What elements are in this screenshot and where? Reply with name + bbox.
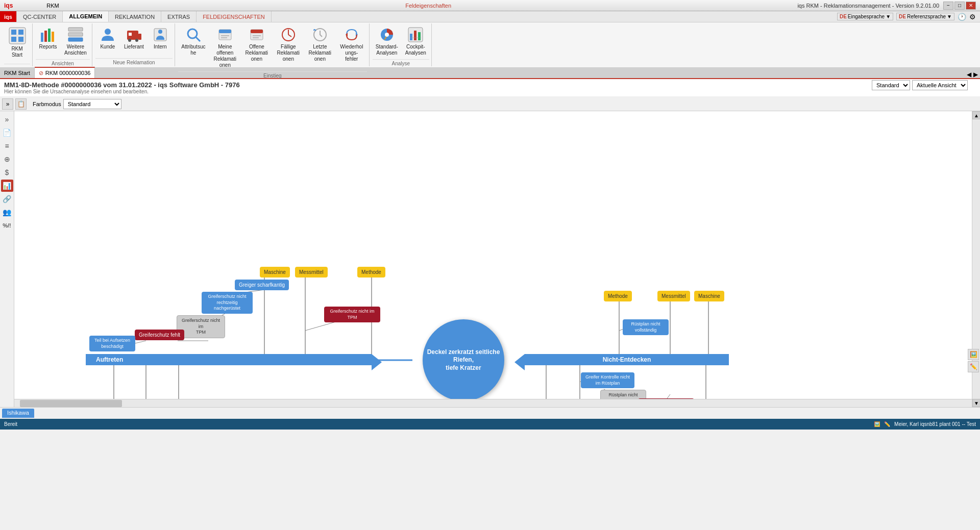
- left-sidebar: » 📄 ≡ ⊕ $ 📊 🔗 👥 %/!: [0, 111, 14, 407]
- meine-offenen-label: Meine offenenReklamationen: [213, 44, 237, 68]
- attributsuche-button[interactable]: Attributsuche: [178, 24, 209, 58]
- eingabesprache-selector[interactable]: DE Eingabesprache ▼: [837, 13, 893, 20]
- nicht-entdecken-label: Nicht-Entdecken: [603, 356, 651, 363]
- sidebar-expand-icon[interactable]: »: [1, 113, 13, 125]
- horizontal-scrollbar[interactable]: [14, 399, 972, 407]
- cockpit-analysen-label: Cockpit-Analysen: [405, 44, 426, 56]
- node-messmittel-right[interactable]: Messmittel: [657, 291, 690, 301]
- svg-line-21: [196, 37, 200, 41]
- expand-toolbar-button[interactable]: »: [2, 98, 13, 110]
- ishikawa-tab-label: Ishikawa: [7, 410, 29, 416]
- intern-button[interactable]: Intern: [148, 24, 173, 52]
- node-maschine-left[interactable]: Maschine: [260, 267, 290, 277]
- tab-nav-next[interactable]: ▶: [973, 71, 978, 78]
- toolbar-action-btn[interactable]: 📋: [15, 98, 27, 110]
- auftreten-label: Auftreten: [96, 356, 123, 363]
- kunde-button[interactable]: Kunde: [95, 24, 120, 52]
- node-greiferschutz-nicht-rechtzeitig[interactable]: Greiferschutz nichtrechtzeitignachgerüst…: [202, 292, 253, 314]
- title-app-name: RKM: [46, 3, 59, 9]
- sidebar-list-icon[interactable]: ≡: [1, 140, 13, 152]
- sidebar-people-icon[interactable]: 👥: [1, 206, 13, 218]
- node-greifer-kontrolle[interactable]: Greifer Kontrolle nichtim Rüstplan: [581, 372, 634, 388]
- svg-rect-11: [68, 38, 83, 41]
- lieferant-button[interactable]: Lieferant: [121, 24, 147, 52]
- app-icon: iqs: [4, 2, 13, 9]
- tab-extras[interactable]: EXTRAS: [161, 11, 197, 22]
- svg-point-37: [385, 33, 389, 37]
- bottom-mini-tools: 🖼️ ✏️: [967, 348, 980, 373]
- settings-icon[interactable]: ⚙: [969, 13, 976, 21]
- canvas-area: Auftreten Nicht-Entdecken Deckel zerkrat…: [14, 111, 980, 407]
- mini-tool-2[interactable]: ✏️: [968, 361, 979, 372]
- tab-reklamation[interactable]: REKLAMATION: [109, 11, 161, 22]
- farbmodus-select[interactable]: Standard Benutzerdefiniert Monochrom: [63, 99, 121, 109]
- central-circle-text: Deckel zerkratzt seitliche Riefen,tiefe …: [423, 348, 504, 372]
- weitere-ansichten-label: WeitereAnsichten: [64, 44, 87, 56]
- einstieg-group-label: Einstieg: [178, 71, 367, 79]
- cockpit-analysen-button[interactable]: Cockpit-Analysen: [402, 24, 429, 58]
- reports-icon: [40, 27, 56, 43]
- tab-feldeigenschaften[interactable]: FELDEIGENSCHAFTEN: [197, 11, 272, 22]
- offene-reklamationen-button[interactable]: OffeneReklamationen: [241, 24, 272, 64]
- standard-analysen-button[interactable]: Standard-Analysen: [373, 24, 401, 58]
- sidebar-dollar-icon[interactable]: $: [1, 166, 13, 179]
- node-greiger-scharfkantig[interactable]: Greiger scharfkantig: [235, 280, 289, 290]
- sidebar-network-icon[interactable]: 🔗: [1, 193, 13, 205]
- node-greiferschutz-fehlt[interactable]: Greiferschutz fehlt: [135, 330, 184, 340]
- sidebar-chart-icon[interactable]: 📊: [1, 180, 13, 192]
- reports-label: Reports: [39, 44, 57, 50]
- scroll-down-btn[interactable]: ▼: [972, 399, 980, 407]
- referenzsprache-selector[interactable]: DE Referenzsprache ▼: [896, 13, 954, 20]
- main-title-text: iqs RKM - Reklamationsmanagement - Versi…: [797, 3, 939, 9]
- svg-rect-4: [18, 37, 23, 42]
- standard-analysen-icon: [379, 27, 395, 43]
- referenzsprache-dropdown-icon: ▼: [947, 14, 952, 19]
- node-teil-beschaedigt[interactable]: Teil bei Aufsetzenbeschädigt: [89, 336, 135, 351]
- status-bar: Bereit 🖼️ ✏️ Meier, Karl iqsnb81 plant 0…: [0, 419, 980, 430]
- mini-tool-1[interactable]: 🖼️: [968, 349, 979, 360]
- node-methode-right[interactable]: Methode: [604, 291, 632, 301]
- doc-tab-nav: ◀ ▶: [967, 71, 980, 78]
- window-controls: − □ ✕: [943, 2, 976, 10]
- tab-iqs[interactable]: iqs: [0, 11, 17, 22]
- farbmodus-label: Farbmodus: [33, 101, 61, 107]
- svg-rect-41: [418, 32, 421, 40]
- ribbon-group-analyse: Standard-Analysen Cockpit-Analysen: [371, 23, 432, 66]
- node-messmittel-left[interactable]: Messmittel: [295, 267, 328, 277]
- rkm-number-tab[interactable]: ⊘ RKM 0000000036: [35, 67, 95, 78]
- minimize-button[interactable]: −: [943, 2, 953, 10]
- restore-button[interactable]: □: [954, 2, 965, 10]
- sidebar-target-icon[interactable]: ⊕: [1, 153, 13, 165]
- weitere-ansichten-button[interactable]: WeitereAnsichten: [61, 24, 90, 58]
- svg-point-12: [105, 29, 111, 35]
- intern-icon: [152, 27, 168, 43]
- faellige-reklamationen-button[interactable]: FälligeReklamationen: [273, 24, 304, 64]
- letzte-reklamationen-icon: [312, 27, 328, 43]
- tab-nav-prev[interactable]: ◀: [967, 71, 971, 78]
- close-button[interactable]: ✕: [966, 2, 976, 10]
- aktuelle-ansicht-select[interactable]: Aktuelle Ansicht: [912, 80, 968, 90]
- rkm-start-tab[interactable]: RKM Start: [0, 68, 35, 78]
- node-methode-left[interactable]: Methode: [357, 267, 385, 277]
- scroll-up-btn[interactable]: ▲: [972, 111, 980, 119]
- svg-rect-9: [68, 28, 83, 31]
- node-greiferschutz-tpm-1[interactable]: Greiferschutz nicht imTPM: [324, 307, 380, 322]
- tab-qc-center[interactable]: QC-CENTER: [17, 11, 63, 22]
- ishikawa-tab[interactable]: Ishikawa: [2, 409, 34, 418]
- doc-tabs: RKM Start ⊘ RKM 0000000036 ◀ ▶: [0, 68, 980, 79]
- letzte-reklamationen-button[interactable]: LetzteReklamationen: [305, 24, 335, 64]
- sidebar-page-icon[interactable]: 📄: [1, 127, 13, 139]
- wiederholungsfehler-button[interactable]: Wiederholungs-fehler: [336, 24, 367, 64]
- rkm-start-button[interactable]: RKMStart: [5, 24, 30, 60]
- tab-allgemein[interactable]: ALLGEMEIN: [63, 11, 109, 22]
- node-maschine-right[interactable]: Maschine: [694, 291, 724, 301]
- reports-button[interactable]: Reports: [36, 24, 60, 52]
- standard-view-select[interactable]: Standard: [872, 80, 910, 90]
- eingabesprache-dropdown-icon: ▼: [886, 14, 891, 19]
- wiederholungsfehler-label: Wiederholungs-fehler: [339, 44, 364, 62]
- node-ruestplan-1[interactable]: Rüstplan nichtvollständig: [623, 319, 669, 335]
- status-icon-1: 🖼️: [874, 421, 880, 427]
- meine-offenen-button[interactable]: Meine offenenReklamationen: [210, 24, 240, 70]
- sidebar-percent-icon[interactable]: %/!: [1, 219, 13, 232]
- rkm-number-tab-label: RKM 0000000036: [45, 70, 91, 76]
